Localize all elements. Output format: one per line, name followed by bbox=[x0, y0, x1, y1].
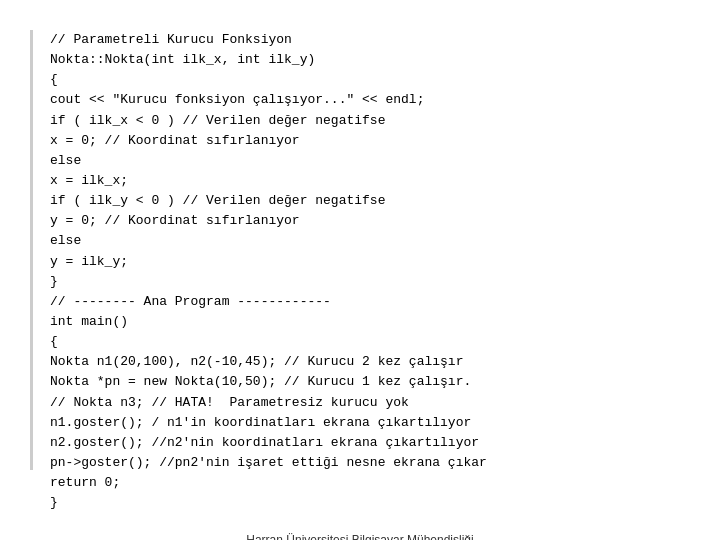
footer-line1: Harran Üniversitesi Bilgisayar Mühendisl… bbox=[0, 531, 720, 540]
code-block: // Parametreli Kurucu Fonksiyon Nokta::N… bbox=[40, 30, 680, 513]
left-bar bbox=[30, 30, 33, 470]
main-content: // Parametreli Kurucu Fonksiyon Nokta::N… bbox=[0, 0, 720, 523]
footer: Harran Üniversitesi Bilgisayar Mühendisl… bbox=[0, 523, 720, 540]
